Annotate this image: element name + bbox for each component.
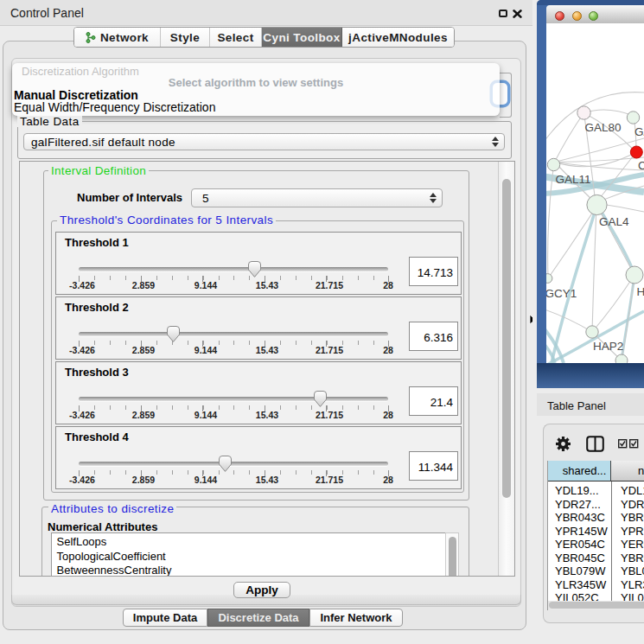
svg-text:GA: GA [634, 125, 644, 138]
svg-text:C: C [638, 159, 644, 172]
svg-text:GAL80: GAL80 [585, 121, 622, 134]
svg-text:GCY1: GCY1 [546, 287, 577, 300]
svg-text:H: H [637, 285, 644, 298]
svg-text:GAL11: GAL11 [556, 173, 591, 186]
svg-text:GAL4: GAL4 [599, 215, 629, 228]
svg-text:HAP2: HAP2 [593, 340, 623, 353]
